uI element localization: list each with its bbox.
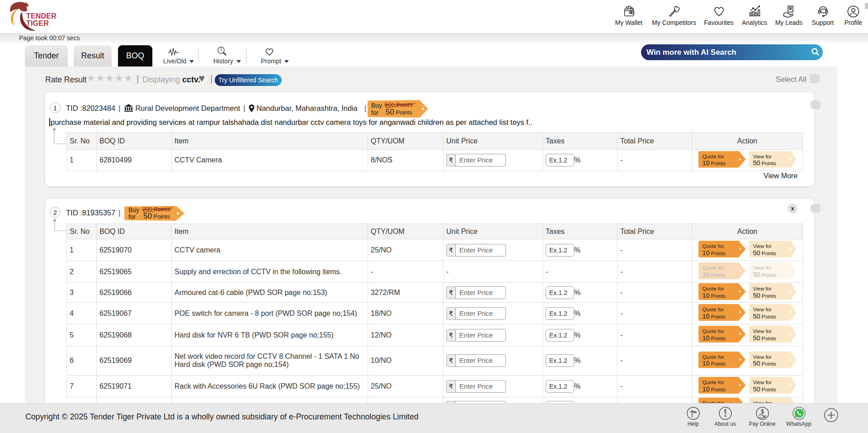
svg-text:TENDER: TENDER [26,12,57,20]
svg-text:TIGER: TIGER [26,19,49,27]
